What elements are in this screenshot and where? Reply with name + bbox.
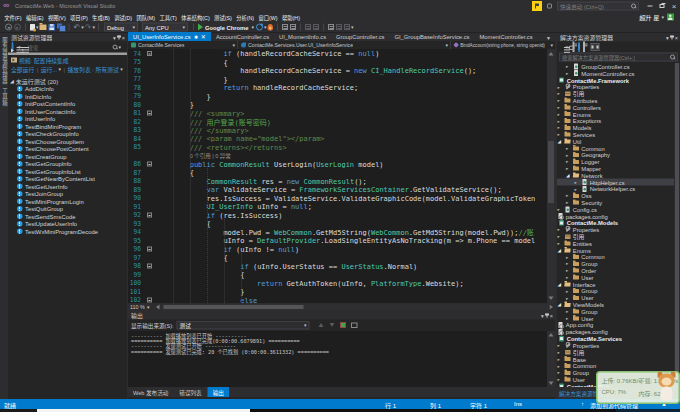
expander-icon[interactable] [566,64,573,69]
solution-tree-item[interactable]: Network [557,172,674,179]
previous-message-icon[interactable] [318,322,325,329]
expander-icon[interactable] [558,363,565,368]
run-menu-chevron-icon[interactable]: ▾ [59,67,62,73]
collapse-box-icon[interactable] [147,212,152,217]
expander-icon[interactable] [558,112,565,117]
solution-tree-item[interactable]: Order [557,267,674,274]
playlist-chevron-icon[interactable]: ▾ [120,67,123,73]
scrollbar-thumb[interactable] [675,63,679,374]
menu-item[interactable]: 调试(D) [112,13,134,21]
editor-vertical-scrollbar[interactable] [547,49,555,303]
menu-item[interactable]: 编辑(E) [24,13,46,21]
test-list-item[interactable]: TestUpdateUserInfo [8,220,127,228]
scrollbar-thumb[interactable] [548,141,554,203]
test-list-item[interactable]: TestGetUserInfo [8,183,127,191]
expander-icon[interactable] [566,71,573,76]
document-tab[interactable]: UI_MomentInfo.cs [274,32,331,41]
expander-icon[interactable] [558,207,565,212]
output-log[interactable]: ---------- 加载播放列表已开始 ----------=========… [128,331,547,387]
solution-tree-item[interactable]: User [557,294,674,301]
expander-icon[interactable] [566,268,573,273]
test-list-item[interactable]: TestChoosePostContent [8,145,127,153]
expander-icon[interactable] [566,309,573,314]
redo-chevron-icon[interactable]: ▾ [92,24,95,30]
expander-icon[interactable] [558,105,565,110]
notifications-flag-icon[interactable] [532,1,542,11]
close-button[interactable]: × [668,1,680,12]
pin-icon[interactable] [118,35,119,39]
test-list-item[interactable]: TestJoinGroup [8,190,127,198]
menu-item[interactable]: 帮助(H) [280,13,302,21]
output-source-dropdown[interactable]: 测试 ▾ [177,321,310,330]
scroll-up-icon[interactable] [549,52,554,56]
run-tests-after-build-icon[interactable] [12,43,14,52]
test-list-item[interactable]: TestCreatGroup [8,153,127,161]
sync-with-active-document-icon[interactable] [591,43,600,51]
configure-ci-link[interactable]: 视频: 配置持续集成 [19,56,69,64]
expander-icon[interactable] [558,350,565,355]
test-list-item[interactable]: TestGetNearByContentList [8,175,127,183]
menu-item[interactable]: 测试(S) [212,13,234,21]
toolbar-options-chevron-icon[interactable]: ▾ [351,24,354,30]
solution-tree-item[interactable]: Group [557,260,674,267]
minimize-button[interactable] [644,1,656,12]
test-list-item[interactable]: TestBindMiniProgram [8,123,127,131]
collapse-box-icon[interactable] [147,51,152,56]
test-list-item[interactable]: InitUserInfo [8,115,127,123]
navigation-dropdown[interactable]: ContactMe.Services.User.UI_UserInfoServi… [238,41,451,49]
scroll-right-icon[interactable] [550,305,554,310]
solution-tree-item[interactable]: Common [557,254,674,261]
network-monitor-overlay[interactable]: 上传: 0.76KB/s 下载: 1.57KB/s CPU: 7% 内存: 62… [596,371,680,404]
expander-icon[interactable] [558,118,565,123]
run-all-link[interactable]: 全部运行 [11,65,34,73]
close-icon[interactable]: × [550,312,553,318]
solution-tree-item[interactable]: Exceptions [557,117,674,124]
zoom-dropdown[interactable]: 110 % ▾ [128,304,154,310]
expander-icon[interactable] [558,241,565,246]
show-all-files-icon[interactable] [573,43,575,52]
expander-icon[interactable] [558,125,565,130]
solution-tree-scrollbar[interactable] [674,63,680,387]
window-position-chevron-icon[interactable]: ▾ [666,34,669,40]
collapse-box-icon[interactable] [147,263,152,268]
next-message-icon[interactable] [329,322,336,329]
expander-icon[interactable] [566,152,573,157]
test-list-item[interactable]: TestSendSmsCode [8,213,127,221]
document-tab[interactable]: AccountController.cs [211,32,274,41]
test-list-item[interactable]: AddDicInfo [8,85,127,93]
document-tab[interactable]: GroupController.cs [331,32,389,41]
expander-icon[interactable] [558,227,565,232]
collapse-box-icon[interactable] [147,110,152,115]
solution-explorer-header[interactable]: 解决方案资源管理器 ▾ × [557,33,680,42]
solution-tree-item[interactable]: Security [557,199,674,206]
solution-tree-item[interactable]: packages.config [557,328,674,335]
test-list-item[interactable]: TestQuitGroup [8,205,127,213]
expander-icon[interactable] [558,377,565,382]
solution-tree-item[interactable]: 引用 [557,349,674,356]
scroll-left-icon[interactable] [156,305,160,310]
expander-icon[interactable] [566,146,573,151]
test-search-input[interactable]: 搜索 ▾ [26,43,123,51]
vertical-tool-tab[interactable]: 服务器资源管理器 [1,37,8,84]
close-icon[interactable]: × [675,34,678,40]
solution-tree-item[interactable]: ContactMe.Framework [557,77,674,84]
expander-icon[interactable] [566,166,573,171]
solution-tree-item[interactable]: 引用 [557,233,674,240]
test-group-header[interactable]: ◢ 未运行测试 (20) [8,76,127,85]
editor-horizontal-scrollbar[interactable] [162,304,550,310]
expander-icon[interactable] [558,343,565,348]
view-code-icon[interactable] [583,43,585,52]
collapse-box-icon[interactable] [147,246,152,251]
redo-icon[interactable]: ↷ [85,23,92,32]
menu-item[interactable]: 文件(F) [2,13,24,21]
word-wrap-icon[interactable] [351,322,358,329]
search-chevron-icon[interactable]: ▾ [118,44,121,50]
scroll-down-icon[interactable] [549,297,554,301]
expander-icon[interactable] [558,370,565,375]
menu-item[interactable]: 项目(P) [68,13,90,21]
solution-tree-item[interactable]: Attributes [557,97,674,104]
expander-icon[interactable] [566,193,573,198]
test-list-item[interactable]: InitPostContentInfo [8,100,127,108]
expander-icon[interactable] [575,186,582,191]
menu-item[interactable]: 团队(M) [134,13,157,21]
